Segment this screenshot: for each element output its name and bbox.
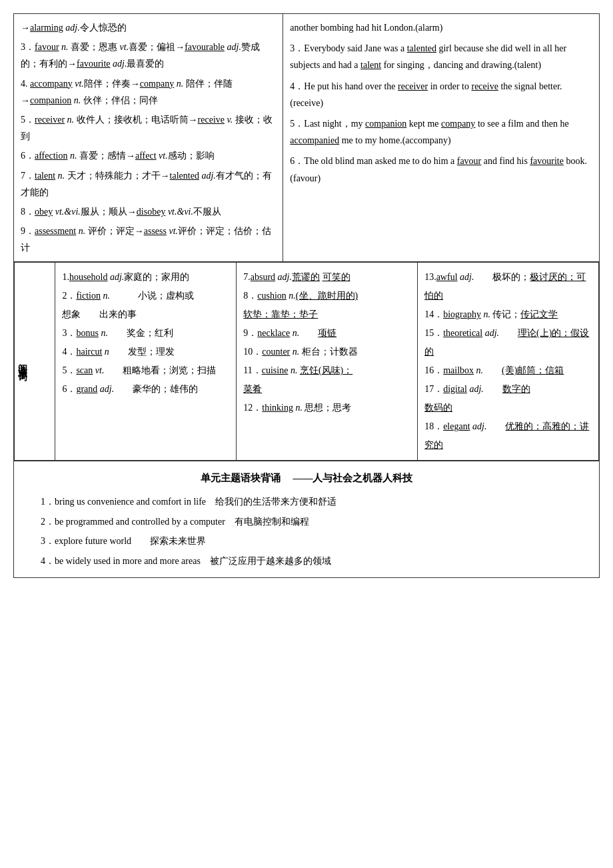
reading-item-1: 1.household adj.家庭的；家用的 bbox=[62, 268, 229, 287]
bottom-title: 单元主题语块背诵 ——人与社会之机器人科技 bbox=[41, 468, 572, 488]
accompany-item: 4. accompany vt.陪伴；伴奏→company n. 陪伴；伴随→c… bbox=[21, 75, 276, 109]
alarm-sentence: another bombing had hit London.(alarm) bbox=[290, 19, 592, 36]
reading-item-9: 9．necklace n. 项链 bbox=[243, 324, 410, 343]
reading-item-2: 2．fiction n. 小说；虚构或想象 出来的事 bbox=[62, 287, 229, 324]
top-left-cell: →alarming adj.令人惊恐的 3．favour n. 喜爱；恩惠 vt… bbox=[14, 14, 283, 262]
reading-item-3: 3．bonus n. 奖金；红利 bbox=[62, 324, 229, 343]
receiver-item: 5．receiver n. 收件人；接收机；电话听筒→receive v. 接收… bbox=[21, 111, 276, 145]
bottom-title-text: 单元主题语块背诵 bbox=[201, 473, 281, 483]
favour-sentence: 6．The old blind man asked me to do him a… bbox=[290, 153, 592, 186]
reading-row: 阅读单词 1.household adj.家庭的；家用的 2．fiction n… bbox=[14, 262, 600, 461]
talent-item: 7．talent n. 天才；特殊能力；才干→talented adj.有才气的… bbox=[21, 167, 276, 201]
reading-item-5: 5．scan vt. 粗略地看；浏览；扫描 bbox=[62, 361, 229, 380]
reading-item-6: 6．grand adj. 豪华的；雄伟的 bbox=[62, 380, 229, 399]
affection-item: 6．affection n. 喜爱；感情→affect vt.感动；影响 bbox=[21, 147, 276, 164]
reading-col3-cell: 13.awful adj. 极坏的；极讨厌的；可怕的 14．biography … bbox=[418, 263, 599, 461]
reading-item-15: 15．theoretical adj. 理论(上)的；假设的 bbox=[424, 324, 592, 361]
reading-item-11: 11．cuisine n. 烹饪(风味)；菜肴 bbox=[243, 361, 410, 399]
reading-item-18: 18．elegant adj. 优雅的；高雅的；讲究的 bbox=[424, 417, 592, 455]
receive-sentence: 4．He put his hand over the receiver in o… bbox=[290, 78, 592, 111]
top-right-cell: another bombing had hit London.(alarm) 3… bbox=[283, 14, 600, 262]
reading-item-17: 17．digital adj. 数字的数码的 bbox=[424, 380, 592, 417]
page-container: →alarming adj.令人惊恐的 3．favour n. 喜爱；恩惠 vt… bbox=[13, 13, 600, 578]
reading-item-13: 13.awful adj. 极坏的；极讨厌的；可怕的 bbox=[424, 268, 592, 305]
reading-item-8: 8．cushion n.(坐、跪时用的)软垫；靠垫；垫子 bbox=[243, 287, 410, 324]
reading-col1-cell: 1.household adj.家庭的；家用的 2．fiction n. 小说；… bbox=[55, 263, 237, 461]
reading-item-4: 4．haircut n 发型；理发 bbox=[62, 343, 229, 361]
bottom-item-2: 2．be programmed and controlled by a comp… bbox=[41, 512, 572, 531]
top-table: →alarming adj.令人惊恐的 3．favour n. 喜爱；恩惠 vt… bbox=[13, 13, 600, 461]
favour-item: 3．favour n. 喜爱；恩惠 vt.喜爱；偏祖→favourable ad… bbox=[21, 39, 276, 72]
alarming-item: →alarming adj.令人惊恐的 bbox=[21, 19, 276, 36]
talent-sentence: 3．Everybody said Jane was a talented gir… bbox=[290, 40, 592, 73]
assessment-item: 9．assessment n. 评价；评定→assess vt.评价；评定；估价… bbox=[21, 223, 276, 256]
accompany-sentence: 5．Last night，my companion kept me compan… bbox=[290, 115, 592, 149]
reading-label: 阅读单词 bbox=[17, 353, 33, 369]
obey-item: 8．obey vt.&vi.服从；顺从→disobey vt.&vi.不服从 bbox=[21, 203, 276, 220]
reading-col2-cell: 7.absurd adj.荒谬的 可笑的 8．cushion n.(坐、跪时用的… bbox=[237, 263, 418, 461]
reading-item-16: 16．mailbox n. (美)邮筒；信箱 bbox=[424, 361, 592, 380]
bottom-item-1: 1．bring us convenience and comfort in li… bbox=[41, 492, 572, 511]
bottom-item-3: 3．explore future world 探索未来世界 bbox=[41, 531, 572, 551]
reading-label-cell: 阅读单词 bbox=[15, 263, 55, 461]
reading-item-7: 7.absurd adj.荒谬的 可笑的 bbox=[243, 268, 410, 287]
bottom-section: 单元主题语块背诵 ——人与社会之机器人科技 1．bring us conveni… bbox=[13, 461, 600, 578]
reading-item-14: 14．biography n. 传记；传记文学 bbox=[424, 305, 592, 324]
reading-item-12: 12．thinking n. 思想；思考 bbox=[243, 399, 410, 417]
bottom-subtitle-text: ——人与社会之机器人科技 bbox=[283, 473, 412, 483]
reading-inner-table: 阅读单词 1.household adj.家庭的；家用的 2．fiction n… bbox=[14, 262, 599, 461]
bottom-item-4: 4．be widely used in more and more areas … bbox=[41, 551, 572, 571]
reading-item-10: 10．counter n. 柜台；计数器 bbox=[243, 343, 410, 361]
